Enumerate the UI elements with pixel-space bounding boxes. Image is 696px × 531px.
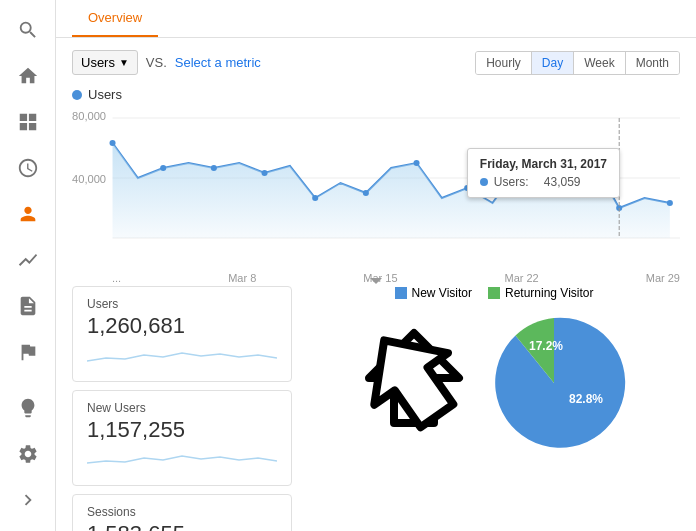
svg-text:17.2%: 17.2%: [529, 339, 563, 353]
toolbar: Users ▼ VS. Select a metric Hourly Day W…: [72, 50, 680, 75]
sidebar-item-reports[interactable]: [8, 286, 48, 326]
bottom-section: Users 1,260,681 New Users 1,157,255: [72, 286, 680, 531]
sidebar-item-settings[interactable]: [8, 434, 48, 474]
metric-card-users: Users 1,260,681: [72, 286, 292, 382]
pie-chart-container: 82.8% 17.2%: [479, 308, 629, 462]
tooltip-dot: [480, 178, 488, 186]
chevron-down-icon: [370, 278, 382, 284]
metric-value-sessions: 1,583,655: [87, 521, 277, 531]
metric-card-sessions: Sessions 1,583,655: [72, 494, 292, 531]
svg-point-10: [363, 190, 369, 196]
metric-label-sessions: Sessions: [87, 505, 277, 519]
tab-overview[interactable]: Overview: [72, 0, 158, 37]
dropdown-arrow-icon: ▼: [119, 57, 129, 68]
svg-point-8: [261, 170, 267, 176]
main-content: Overview Users ▼ VS. Select a metric Hou…: [56, 0, 696, 531]
time-btn-month[interactable]: Month: [626, 52, 679, 74]
svg-point-11: [413, 160, 419, 166]
metric-dropdown-label: Users: [81, 55, 115, 70]
tab-bar: Overview: [56, 0, 696, 38]
svg-point-7: [211, 165, 217, 171]
sidebar-item-ideas[interactable]: [8, 388, 48, 428]
tooltip-number: 43,059: [544, 175, 581, 189]
metric-label-new-users: New Users: [87, 401, 277, 415]
pie-legend-label-returning: Returning Visitor: [505, 286, 594, 300]
sidebar-item-search[interactable]: [8, 10, 48, 50]
metric-value-new-users: 1,157,255: [87, 417, 277, 443]
tooltip-value: Users: 43,059: [480, 175, 607, 189]
tooltip-date: Friday, March 31, 2017: [480, 157, 607, 171]
pie-chart: 82.8% 17.2%: [479, 308, 629, 458]
metric-dropdown[interactable]: Users ▼: [72, 50, 138, 75]
x-label-1: Mar 8: [228, 272, 256, 284]
arrow-container: [359, 323, 469, 447]
metric-label-users: Users: [87, 297, 277, 311]
time-btn-day[interactable]: Day: [532, 52, 574, 74]
pie-legend-new: New Visitor: [395, 286, 472, 300]
metric-card-new-users: New Users 1,157,255: [72, 390, 292, 486]
chart-legend: Users: [72, 87, 680, 102]
sidebar-item-flag[interactable]: [8, 332, 48, 372]
pie-legend-returning: Returning Visitor: [488, 286, 594, 300]
pie-legend-color-new: [395, 287, 407, 299]
pie-legend-label-new: New Visitor: [412, 286, 472, 300]
vs-label: VS.: [146, 55, 167, 70]
content-area: Users ▼ VS. Select a metric Hourly Day W…: [56, 38, 696, 531]
right-panel: New Visitor Returning Visitor: [308, 286, 680, 531]
sidebar: [0, 0, 56, 531]
time-btn-hourly[interactable]: Hourly: [476, 52, 532, 74]
metric-cards: Users 1,260,681 New Users 1,157,255: [72, 286, 292, 531]
sidebar-item-expand[interactable]: [8, 480, 48, 520]
svg-point-9: [312, 195, 318, 201]
svg-point-16: [667, 200, 673, 206]
metric-value-users: 1,260,681: [87, 313, 277, 339]
x-label-0: ...: [112, 272, 121, 284]
time-btn-week[interactable]: Week: [574, 52, 625, 74]
pie-row: 82.8% 17.2%: [359, 308, 629, 462]
pie-legend-color-returning: [488, 287, 500, 299]
sidebar-item-home[interactable]: [8, 56, 48, 96]
svg-point-5: [109, 140, 115, 146]
x-label-4: Mar 29: [646, 272, 680, 284]
tooltip-metric: Users:: [494, 175, 529, 189]
time-button-group: Hourly Day Week Month: [475, 51, 680, 75]
sidebar-item-clock[interactable]: [8, 148, 48, 188]
select-metric-link[interactable]: Select a metric: [175, 55, 261, 70]
svg-text:40,000: 40,000: [72, 173, 106, 185]
x-label-3: Mar 22: [505, 272, 539, 284]
pie-legend: New Visitor Returning Visitor: [395, 286, 594, 300]
chart-legend-label: Users: [88, 87, 122, 102]
svg-text:82.8%: 82.8%: [569, 392, 603, 406]
chart-container: 80,000 40,000: [72, 108, 680, 252]
arrow-icon: [359, 323, 469, 443]
toolbar-left: Users ▼ VS. Select a metric: [72, 50, 261, 75]
legend-dot-users: [72, 90, 82, 100]
chart-tooltip: Friday, March 31, 2017 Users: 43,059: [467, 148, 620, 198]
sidebar-item-dashboard[interactable]: [8, 102, 48, 142]
chart-center-indicator: [72, 278, 680, 284]
mini-chart-new-users: [87, 447, 277, 475]
sidebar-item-analytics[interactable]: [8, 240, 48, 280]
svg-point-6: [160, 165, 166, 171]
sidebar-item-user[interactable]: [8, 194, 48, 234]
svg-text:80,000: 80,000: [72, 110, 106, 122]
mini-chart-users: [87, 343, 277, 371]
